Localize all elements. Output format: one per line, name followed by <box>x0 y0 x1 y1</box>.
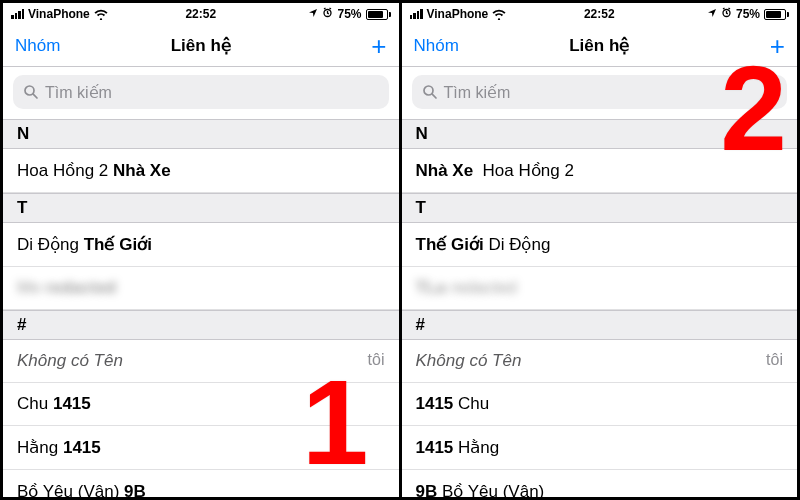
svg-line-5 <box>432 94 436 98</box>
phone-right: VinaPhone 22:52 75% Nhóm Liên hệ + Tìm k… <box>399 3 798 497</box>
status-bar: VinaPhone 22:52 75% <box>402 3 798 25</box>
battery-pct: 75% <box>337 7 361 21</box>
search-placeholder: Tìm kiếm <box>45 83 112 102</box>
add-contact-button[interactable]: + <box>715 33 785 59</box>
phone-left: VinaPhone 22:52 75% Nhóm Liên hệ + Tìm k… <box>3 3 399 497</box>
page-title: Liên hệ <box>484 35 716 56</box>
search-icon <box>422 84 438 100</box>
clock-label: 22:52 <box>584 7 615 21</box>
signal-icon <box>11 9 24 19</box>
search-input[interactable]: Tìm kiếm <box>13 75 389 109</box>
contact-row-me[interactable]: Không có Têntôi <box>3 340 399 383</box>
contact-row[interactable]: 1415 Chu <box>402 383 798 426</box>
carrier-label: VinaPhone <box>427 7 489 21</box>
section-header: # <box>3 310 399 340</box>
clock-label: 22:52 <box>185 7 216 21</box>
contact-row[interactable]: Hoa Hồng 2 Nhà Xe <box>3 149 399 193</box>
section-header: N <box>3 119 399 149</box>
contact-row[interactable]: Chu 1415 <box>3 383 399 426</box>
carrier-label: VinaPhone <box>28 7 90 21</box>
contact-row[interactable]: Thế Giới Di Động <box>402 223 798 267</box>
search-input[interactable]: Tìm kiếm <box>412 75 788 109</box>
contact-row[interactable]: Hằng 1415 <box>3 426 399 470</box>
contact-row[interactable]: Nhà Xe Hoa Hồng 2 <box>402 149 798 193</box>
contacts-list[interactable]: N Nhà Xe Hoa Hồng 2 T Thế Giới Di Động T… <box>402 119 798 497</box>
battery-icon <box>764 9 789 20</box>
contact-row[interactable]: Bồ Yêu (Vân) 9B <box>3 470 399 497</box>
location-icon <box>308 7 318 21</box>
section-header: T <box>3 193 399 223</box>
contact-row[interactable]: Di Động Thế Giới <box>3 223 399 267</box>
signal-icon <box>410 9 423 19</box>
search-icon <box>23 84 39 100</box>
status-bar: VinaPhone 22:52 75% <box>3 3 399 25</box>
me-tag: tôi <box>368 351 385 369</box>
search-placeholder: Tìm kiếm <box>444 83 511 102</box>
contact-row[interactable]: 9B Bồ Yêu (Vân) <box>402 470 798 497</box>
section-header: # <box>402 310 798 340</box>
section-header: T <box>402 193 798 223</box>
comparison-frame: VinaPhone 22:52 75% Nhóm Liên hệ + Tìm k… <box>0 0 800 500</box>
add-contact-button[interactable]: + <box>317 33 387 59</box>
nav-bar: Nhóm Liên hệ + <box>402 25 798 67</box>
contacts-list[interactable]: N Hoa Hồng 2 Nhà Xe T Di Động Thế Giới M… <box>3 119 399 497</box>
page-title: Liên hệ <box>85 35 317 56</box>
me-tag: tôi <box>766 351 783 369</box>
battery-icon <box>366 9 391 20</box>
wifi-icon <box>492 9 506 19</box>
contact-row[interactable]: Me redacted <box>3 267 399 310</box>
nav-bar: Nhóm Liên hệ + <box>3 25 399 67</box>
contact-row-me[interactable]: Không có Têntôi <box>402 340 798 383</box>
groups-button[interactable]: Nhóm <box>15 36 85 56</box>
battery-pct: 75% <box>736 7 760 21</box>
section-header: N <box>402 119 798 149</box>
location-icon <box>707 7 717 21</box>
svg-line-2 <box>33 94 37 98</box>
contact-row[interactable]: TLa redacted <box>402 267 798 310</box>
alarm-icon <box>721 7 732 21</box>
wifi-icon <box>94 9 108 19</box>
search-wrap: Tìm kiếm <box>402 67 798 119</box>
contact-row[interactable]: 1415 Hằng <box>402 426 798 470</box>
groups-button[interactable]: Nhóm <box>414 36 484 56</box>
search-wrap: Tìm kiếm <box>3 67 399 119</box>
alarm-icon <box>322 7 333 21</box>
